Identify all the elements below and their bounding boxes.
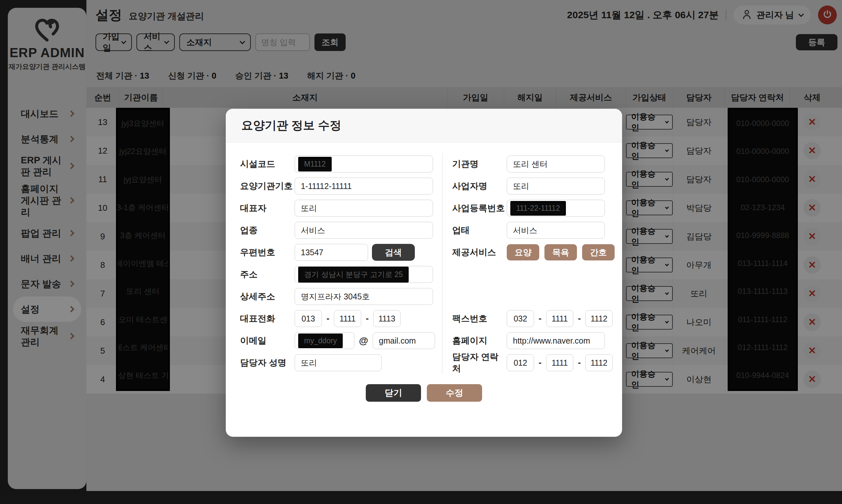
modal-field [507,332,605,349]
modal-field-input[interactable] [507,354,534,371]
modal-field-label: 담당자 성명 [240,357,294,368]
modal-title: 요양기관 정보 수정 [241,118,341,133]
modal-field-input[interactable] [373,332,435,349]
modal-field-input[interactable] [507,178,605,195]
close-button[interactable]: 닫기 [366,384,421,402]
address-search-button[interactable]: 검색 [372,244,415,261]
modal-field-row: 기관명 [452,153,622,175]
redacted-value: my_ddory [298,334,343,348]
modal-field-label: 업종 [240,224,294,236]
modal-field-row: 업태 [452,219,622,241]
dash-separator: - [326,314,329,324]
modal-field-input[interactable] [507,310,534,327]
modal-field-label: 홈페이지 [452,335,507,346]
modal-field-input[interactable] [546,354,573,371]
dash-separator: - [366,314,369,324]
modal-field-input[interactable] [507,222,605,239]
modal-field-row: 팩스번호-- [452,308,622,330]
dash-separator: - [539,314,541,324]
modal-field-row: 우편번호검색 [240,241,442,263]
modal-field: 요양목욕간호 [507,244,620,260]
modal-form-left: 시설코드M1112요양기관기호대표자업종우편번호검색주소경기 성남시 분당구 고… [226,153,442,374]
modal-field-input[interactable]: 111-22-11112 [507,200,605,217]
modal-field-input[interactable] [294,200,433,217]
service-button[interactable]: 간호 [582,244,615,260]
modal-field [294,178,433,195]
redacted-value: M1112 [298,157,332,172]
modal-field: -- [507,310,613,327]
modal-field-row: 대표전화-- [240,308,442,330]
modal-field [507,222,605,239]
modal-field-label: 대표전화 [240,313,294,324]
modal-field-row: 사업자명 [452,175,622,197]
modal-field-label: 상세주소 [240,291,294,302]
modal-field-row: 이메일my_ddory@ [240,330,442,352]
modal-field-input[interactable]: 경기 성남시 분당구 고기로 25 [294,266,433,283]
modal-field-label: 시설코드 [240,158,294,170]
modal-field-row: 대표자 [240,197,442,219]
service-button[interactable]: 요양 [507,244,539,260]
modal-field: M1112 [294,156,433,173]
modal-field-row: 상세주소 [240,285,442,308]
modal-field [294,200,433,217]
modal-field-row: 담당자 연락처-- [452,352,622,374]
modal-field-row: 시설코드M1112 [240,153,442,175]
modal-field-input[interactable] [294,288,433,305]
modal-field-label: 주소 [240,269,294,280]
modal-field-input[interactable] [294,178,433,195]
modal-field [507,156,605,173]
modal-field-input[interactable] [334,310,361,327]
service-button[interactable]: 목욕 [544,244,577,260]
modal-field: my_ddory@ [294,332,435,349]
dash-separator: - [539,358,541,368]
modal-field: -- [507,354,613,371]
modal-form-spacer [452,263,622,285]
modal-field-row: 제공서비스요양목욕간호 [452,241,622,263]
modal-field-row: 주소경기 성남시 분당구 고기로 25 [240,263,442,285]
redacted-value: 경기 성남시 분당구 고기로 25 [298,267,409,283]
modal-field: 111-22-11112 [507,200,605,217]
modal-field-input[interactable]: M1112 [294,156,433,173]
modal-field-label: 요양기관기호 [240,180,294,192]
modal-field: 검색 [294,244,415,261]
modal-field-label: 이메일 [240,335,294,346]
modal-field-row: 업종 [240,219,442,241]
modal-field-label: 우편번호 [240,247,294,258]
modal-field [294,354,382,371]
modal-field-row: 홈페이지 [452,330,622,352]
modal-field-label: 팩스번호 [452,313,507,324]
modal-field-input[interactable] [373,310,400,327]
modal-field: -- [294,310,400,327]
email-local-input[interactable]: my_ddory [294,332,354,349]
modal-field-label: 사업자명 [452,180,507,192]
modal-field-label: 담당자 연락처 [452,351,507,374]
modal-field-row: 요양기관기호 [240,175,442,197]
edit-facility-modal: 요양기관 정보 수정 시설코드M1112요양기관기호대표자업종우편번호검색주소경… [226,109,622,437]
at-separator: @ [359,336,368,346]
modal-field-input[interactable] [585,310,613,327]
modal-field [507,178,605,195]
modal-field-input[interactable] [507,332,605,349]
modal-field-input[interactable] [294,354,382,371]
modal-field-label: 업태 [452,224,507,236]
modal-field: 경기 성남시 분당구 고기로 25 [294,266,433,283]
modal-field-row: 사업등록번호111-22-11112 [452,197,622,219]
modal-field-input[interactable] [546,310,573,327]
modal-form-right: 기관명사업자명사업등록번호111-22-11112업태제공서비스요양목욕간호팩스… [442,153,622,374]
submit-button[interactable]: 수정 [427,384,482,402]
modal-field-input[interactable] [294,222,433,239]
modal-field-row: 담당자 성명 [240,352,442,374]
dash-separator: - [578,314,581,324]
dash-separator: - [578,358,581,368]
modal-field [294,288,433,305]
modal-field-input[interactable] [294,244,368,261]
modal-field-label: 대표자 [240,202,294,214]
modal-field-input[interactable] [294,310,322,327]
modal-footer: 닫기 수정 [226,384,622,402]
modal-header: 요양기관 정보 수정 [226,109,622,143]
modal-field-input[interactable] [507,156,605,173]
redacted-value: 111-22-11112 [510,201,566,216]
modal-field-label: 기관명 [452,158,507,170]
modal-field-label: 제공서비스 [452,247,507,258]
modal-field-input[interactable] [585,354,613,371]
